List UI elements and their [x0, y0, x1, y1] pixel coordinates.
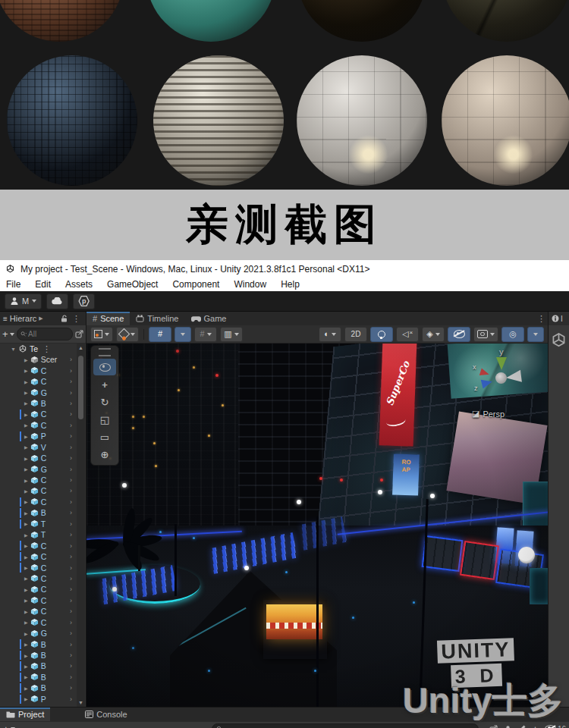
axis-highlight-cone[interactable]	[505, 370, 522, 384]
scrollbar-thumb[interactable]	[78, 356, 83, 419]
hierarchy-item-c[interactable]: ▶C›	[0, 595, 86, 606]
menu-item-edit[interactable]: Edit	[35, 279, 51, 290]
scene-menu-icon[interactable]: ⋮	[40, 344, 53, 354]
hierarchy-item-b[interactable]: ▶B›	[0, 639, 86, 649]
foldout-icon[interactable]: ▶	[24, 576, 28, 581]
favorites-star-icon[interactable]: ★	[532, 725, 539, 728]
hierarchy-item-b[interactable]: ▶B›	[0, 672, 86, 682]
hierarchy-item-b[interactable]: ▶B›	[0, 661, 86, 671]
menu-item-gameobject[interactable]: GameObject	[107, 279, 158, 290]
scene-lighting-button[interactable]	[370, 327, 393, 342]
cloud-button[interactable]	[46, 293, 68, 309]
hierarchy-item-c[interactable]: ▶C›	[0, 485, 86, 496]
hierarchy-item-c[interactable]: ▶C›	[0, 497, 86, 507]
foldout-icon[interactable]: ▶	[24, 664, 28, 669]
move-tool-button[interactable]: +	[93, 376, 116, 393]
scene-visibility-button[interactable]	[448, 327, 470, 342]
foldout-icon[interactable]: ▶	[24, 510, 28, 516]
hierarchy-item-c[interactable]: ▶C›	[0, 606, 86, 617]
foldout-icon[interactable]: ▶	[24, 554, 28, 560]
hierarchy-item-v[interactable]: ▶V›	[0, 442, 86, 453]
open-prefab-icon[interactable]: ›	[70, 542, 72, 550]
plastic-scm-button[interactable]: p	[73, 293, 95, 309]
open-prefab-icon[interactable]: ›	[70, 498, 72, 506]
2d-mode-button[interactable]: 2D	[344, 327, 367, 342]
create-object-button[interactable]: +	[2, 328, 14, 340]
menu-item-window[interactable]: Window	[234, 279, 266, 290]
open-prefab-icon[interactable]: ›	[70, 585, 72, 593]
foldout-icon[interactable]: ▶	[24, 368, 28, 373]
perspective-toggle[interactable]: ◪ Persp	[472, 409, 505, 419]
foldout-icon[interactable]: ▶	[24, 466, 28, 472]
open-prefab-icon[interactable]: ›	[70, 378, 72, 385]
open-prefab-icon[interactable]: ›	[70, 509, 72, 516]
audio-mute-button[interactable]: ◁×	[396, 327, 419, 342]
foldout-icon[interactable]: ▶	[24, 653, 28, 658]
hierarchy-item-g[interactable]: ▶G›	[0, 463, 86, 474]
grid-size-button[interactable]: ▥	[220, 327, 243, 342]
axis-z-label[interactable]: z	[474, 384, 478, 392]
foldout-icon[interactable]: ▼	[11, 347, 16, 352]
hierarchy-item-c[interactable]: ▶C›	[0, 420, 86, 431]
foldout-icon[interactable]: ▶	[24, 444, 28, 450]
open-prefab-icon[interactable]: ›	[70, 531, 72, 538]
view-tool-button[interactable]	[93, 359, 116, 375]
open-prefab-icon[interactable]: ›	[70, 662, 72, 670]
scroll-up-icon[interactable]: ▲	[77, 345, 85, 350]
hierarchy-item-g[interactable]: ▶G›	[0, 387, 86, 397]
hierarchy-menu-icon[interactable]: ⋮	[70, 314, 83, 324]
foldout-icon[interactable]: ▶	[24, 390, 28, 395]
axis-x-label[interactable]: x	[473, 363, 476, 371]
foldout-icon[interactable]: ▶	[24, 598, 28, 603]
open-prefab-icon[interactable]: ›	[70, 673, 72, 681]
open-prefab-icon[interactable]: ›	[70, 607, 72, 615]
hierarchy-item-c[interactable]: ▶C›	[0, 475, 86, 485]
open-prefab-icon[interactable]: ›	[70, 641, 72, 648]
foldout-icon[interactable]: ▶	[24, 620, 28, 625]
camera-settings-button[interactable]	[473, 327, 498, 342]
open-prefab-icon[interactable]: ›	[70, 444, 72, 451]
hierarchy-search-input[interactable]	[17, 328, 73, 340]
menu-item-assets[interactable]: Assets	[65, 279, 93, 290]
effects-button[interactable]: ◈	[422, 327, 445, 342]
hierarchy-item-t[interactable]: ▶T›	[0, 519, 86, 529]
open-prefab-icon[interactable]: ›	[70, 575, 72, 582]
account-button[interactable]: M	[5, 293, 42, 309]
hierarchy-item-t[interactable]: ▶T›	[0, 529, 86, 540]
foldout-icon[interactable]: ▶	[24, 499, 28, 504]
hierarchy-item-b[interactable]: ▶B›	[0, 507, 86, 518]
tab-game[interactable]: Game	[185, 312, 233, 325]
foldout-icon[interactable]: ▶	[24, 456, 28, 461]
hierarchy-item-c[interactable]: ▶C›	[0, 573, 86, 584]
axis-z-cone[interactable]	[481, 377, 493, 388]
hierarchy-item-c[interactable]: ▶C›	[0, 540, 86, 551]
open-prefab-icon[interactable]: ›	[70, 367, 72, 375]
open-prefab-icon[interactable]: ›	[70, 432, 72, 440]
asset-user-icon[interactable]	[504, 725, 512, 728]
open-prefab-icon[interactable]: ›	[70, 520, 72, 528]
open-prefab-icon[interactable]: ›	[70, 684, 72, 692]
edit-pencil-icon[interactable]	[518, 725, 526, 728]
rotate-tool-button[interactable]: ↻	[93, 394, 116, 410]
open-prefab-icon[interactable]: ›	[70, 629, 72, 637]
axis-y-label[interactable]: y	[499, 347, 504, 356]
open-prefab-icon[interactable]: ›	[70, 476, 72, 484]
foldout-icon[interactable]: ▶	[24, 422, 28, 428]
foldout-icon[interactable]: ▶	[24, 400, 28, 406]
hierarchy-item-c[interactable]: ▶C›	[0, 584, 86, 595]
foldout-icon[interactable]: ▶	[24, 631, 28, 636]
scene-view-menu-icon[interactable]: ⋮	[535, 314, 548, 324]
hierarchy-item-p[interactable]: ▶P›	[0, 694, 86, 704]
open-prefab-icon[interactable]: ›	[70, 695, 72, 703]
hierarchy-item-scer[interactable]: ▶Scer›	[0, 354, 86, 365]
hierarchy-item-c[interactable]: ▶C›	[0, 376, 86, 387]
foldout-icon[interactable]: ▶	[24, 543, 28, 548]
gizmos-dropdown[interactable]	[527, 327, 544, 342]
menu-item-help[interactable]: Help	[281, 279, 300, 290]
tab-project[interactable]: Project	[0, 708, 50, 721]
axis-y-cone[interactable]	[496, 357, 507, 370]
open-prefab-icon[interactable]: ›	[70, 553, 72, 560]
open-prefab-icon[interactable]: ›	[70, 422, 72, 429]
tab-overflow-icon[interactable]: ▶	[39, 315, 42, 322]
foldout-icon[interactable]: ▶	[24, 609, 28, 614]
